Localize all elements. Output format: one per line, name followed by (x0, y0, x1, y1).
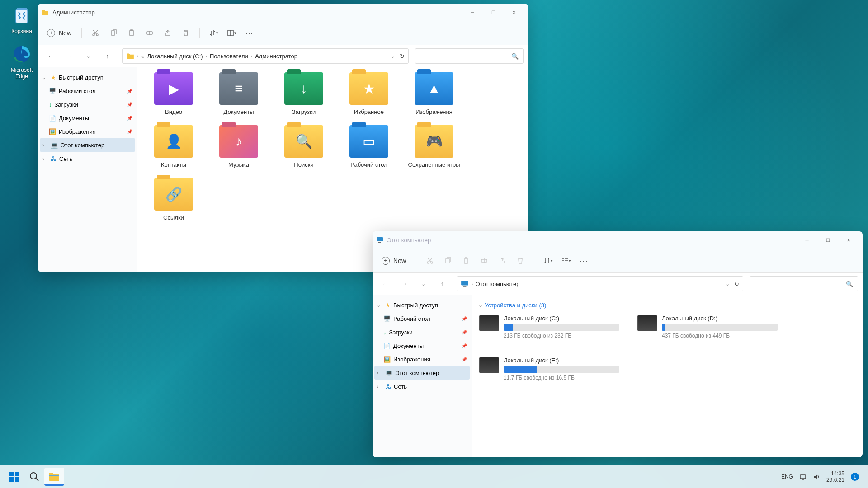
sidebar-item-downloads[interactable]: ↓Загрузки📌 (40, 98, 135, 111)
back-button[interactable]: ← (42, 48, 59, 64)
pc-icon (376, 236, 383, 244)
share-button[interactable] (494, 253, 510, 269)
sidebar-item-documents[interactable]: 📄Документы📌 (40, 111, 135, 125)
rename-button[interactable] (476, 253, 492, 269)
pin-icon: 📌 (462, 343, 467, 348)
more-button[interactable]: ⋯ (576, 253, 592, 269)
desktop-icon-edge[interactable]: Microsoft Edge (5, 43, 39, 80)
folder-item[interactable]: 👤Контакты (141, 125, 206, 169)
maximize-button[interactable]: ☐ (817, 233, 838, 247)
explorer-taskbar-button[interactable] (44, 468, 64, 486)
search-input[interactable]: 🔍 (415, 48, 524, 64)
recent-dropdown[interactable]: ⌵ (80, 48, 97, 64)
up-button[interactable]: ↑ (99, 48, 116, 64)
drive-name: Локальный диск (C:) (504, 315, 619, 322)
folder-item[interactable]: ▭Рабочий стол (336, 125, 401, 169)
sidebar-item-pictures[interactable]: 🖼️Изображения📌 (374, 352, 470, 366)
forward-button[interactable]: → (61, 48, 78, 64)
svg-rect-23 (15, 477, 19, 482)
view-button[interactable]: ▾ (558, 253, 574, 269)
breadcrumb-segment[interactable]: Этот компьютер (476, 281, 519, 287)
back-button[interactable]: ← (377, 276, 393, 292)
search-button[interactable] (24, 468, 44, 486)
clock[interactable]: 14:35 29.6.21 (826, 470, 844, 483)
paste-button[interactable] (123, 25, 140, 41)
folder-item[interactable]: 🔗Ссылки (141, 178, 206, 222)
address-bar[interactable]: › « Локальный диск (C:) › Пользователи ›… (122, 48, 409, 64)
drive-item[interactable]: Локальный диск (E:)11,7 ГБ свободно из 1… (479, 357, 619, 381)
breadcrumb-segment[interactable]: Пользователи (210, 53, 248, 60)
drive-item[interactable]: Локальный диск (D:)437 ГБ свободно из 44… (637, 315, 778, 339)
delete-button[interactable] (512, 253, 528, 269)
language-indicator[interactable]: ENG (781, 474, 793, 480)
up-button[interactable]: ↑ (434, 276, 450, 292)
refresh-button[interactable]: ↻ (734, 281, 739, 287)
sidebar-item-documents[interactable]: 📄Документы📌 (374, 339, 470, 352)
folder-icon: 👤 (154, 125, 193, 158)
rename-button[interactable] (142, 25, 158, 41)
folder-item[interactable]: ▶Видео (141, 72, 206, 116)
minimize-button[interactable]: ─ (462, 5, 483, 19)
start-button[interactable] (5, 468, 24, 486)
folder-item[interactable]: 🔍Поиски (271, 125, 336, 169)
pin-icon: 📌 (462, 330, 467, 335)
network-icon[interactable] (799, 473, 807, 480)
sidebar-quick-access[interactable]: ⌵★Быстрый доступ (40, 70, 135, 84)
folder-item[interactable]: ★Избранное (336, 72, 401, 116)
folder-item[interactable]: ≡Документы (206, 72, 271, 116)
desktop-icon: 🖥️ (49, 88, 56, 94)
share-button[interactable] (160, 25, 176, 41)
sidebar-item-pictures[interactable]: 🖼️Изображения📌 (40, 125, 135, 138)
new-button[interactable]: +New (42, 26, 76, 40)
sort-button[interactable]: ▾ (540, 253, 556, 269)
recent-dropdown[interactable]: ⌵ (415, 276, 431, 292)
breadcrumb-segment[interactable]: Администратор (255, 53, 297, 60)
delete-button[interactable] (178, 25, 194, 41)
folder-icon: ♪ (219, 125, 258, 158)
copy-button[interactable] (440, 253, 456, 269)
titlebar[interactable]: Администратор ─ ☐ ✕ (38, 4, 528, 21)
sidebar-quick-access[interactable]: ⌵★Быстрый доступ (374, 298, 470, 312)
folder-name: Изображения (401, 108, 467, 116)
folder-item[interactable]: 🎮Сохраненные игры (401, 125, 467, 169)
content-area[interactable]: ⌵Устройства и диски (3) Локальный диск (… (472, 295, 863, 457)
forward-button[interactable]: → (396, 276, 412, 292)
search-input[interactable]: 🔍 (750, 276, 858, 291)
new-button[interactable]: +New (377, 254, 410, 267)
sidebar-network[interactable]: ›🖧Сеть (374, 380, 470, 393)
cut-button[interactable] (87, 25, 104, 41)
close-button[interactable]: ✕ (504, 5, 524, 19)
folder-item[interactable]: ▲Изображения (401, 72, 467, 116)
folder-item[interactable]: ↓Загрузки (271, 72, 336, 116)
minimize-button[interactable]: ─ (797, 233, 817, 247)
paste-button[interactable] (458, 253, 474, 269)
address-dropdown[interactable]: ⌵ (392, 54, 394, 59)
section-header[interactable]: ⌵Устройства и диски (3) (476, 300, 859, 310)
svg-rect-1 (17, 8, 27, 10)
folder-name: Рабочий стол (336, 161, 401, 169)
sort-button[interactable]: ▾ (205, 25, 222, 41)
maximize-button[interactable]: ☐ (483, 5, 504, 19)
copy-button[interactable] (105, 25, 122, 41)
notification-badge[interactable]: 1 (851, 473, 859, 481)
desktop-icon-recycle-bin[interactable]: Корзина (5, 5, 39, 34)
more-button[interactable]: ⋯ (241, 25, 258, 41)
sidebar-item-downloads[interactable]: ↓Загрузки📌 (374, 325, 470, 339)
sidebar-this-pc[interactable]: ›💻Этот компьютер (40, 138, 135, 152)
cut-button[interactable] (422, 253, 438, 269)
volume-icon[interactable] (813, 473, 820, 480)
breadcrumb-segment[interactable]: Локальный диск (C:) (147, 53, 203, 60)
close-button[interactable]: ✕ (838, 233, 859, 247)
drive-name: Локальный диск (E:) (504, 357, 619, 364)
address-dropdown[interactable]: ⌵ (726, 282, 729, 286)
address-bar[interactable]: › Этот компьютер ⌵ ↻ (457, 276, 743, 291)
sidebar-this-pc[interactable]: ›💻Этот компьютер (374, 366, 470, 380)
refresh-button[interactable]: ↻ (400, 53, 405, 60)
sidebar-item-desktop[interactable]: 🖥️Рабочий стол📌 (374, 312, 470, 325)
sidebar-network[interactable]: ›🖧Сеть (40, 152, 135, 165)
titlebar[interactable]: Этот компьютер ─ ☐ ✕ (373, 231, 863, 249)
drive-item[interactable]: Локальный диск (C:)213 ГБ свободно из 23… (479, 315, 619, 339)
sidebar-item-desktop[interactable]: 🖥️Рабочий стол📌 (40, 84, 135, 98)
folder-item[interactable]: ♪Музыка (206, 125, 271, 169)
view-button[interactable]: ▾ (223, 25, 240, 41)
